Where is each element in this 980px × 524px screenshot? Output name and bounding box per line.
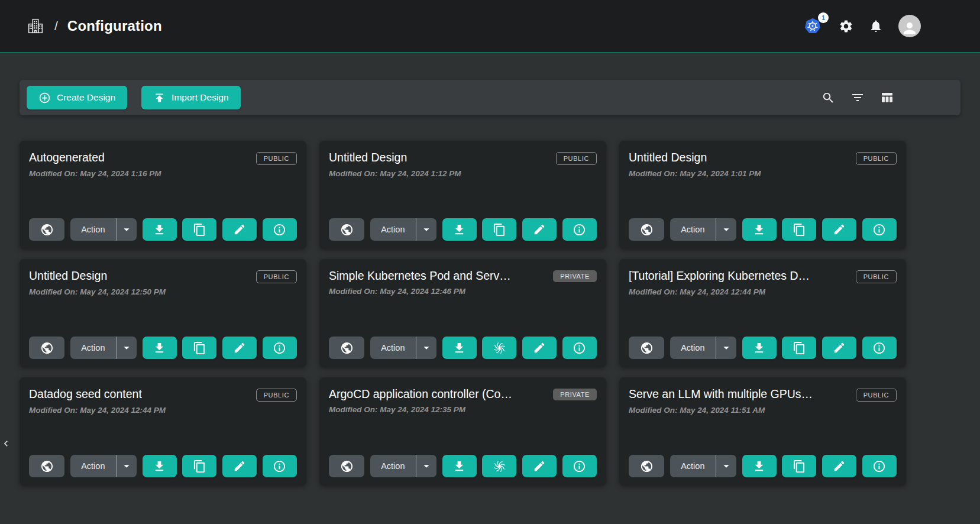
kubernetes-context-button[interactable]: 1 — [803, 17, 823, 35]
clone-button[interactable] — [482, 218, 516, 241]
edit-button[interactable] — [222, 455, 257, 477]
action-button-label: Action — [370, 461, 416, 471]
clone-button[interactable] — [782, 218, 816, 241]
caret-down-icon[interactable] — [416, 337, 436, 359]
edit-button[interactable] — [522, 337, 557, 359]
table-view-icon[interactable] — [880, 90, 894, 105]
caret-down-icon[interactable] — [117, 455, 137, 477]
design-title: Simple Kubernetes Pod and Serv… — [329, 269, 511, 283]
design-title: Untitled Design — [629, 151, 707, 164]
info-icon — [872, 460, 886, 473]
download-icon — [752, 460, 766, 473]
info-button[interactable] — [862, 455, 897, 477]
download-button[interactable] — [742, 455, 777, 477]
edit-button[interactable] — [822, 218, 856, 241]
organization-building-icon[interactable] — [26, 17, 45, 35]
publish-globe-button[interactable] — [329, 218, 364, 241]
caret-down-icon[interactable] — [416, 455, 436, 477]
design-modified: Modified On: May 24, 2024 11:51 AM — [629, 406, 897, 415]
action-dropdown-button[interactable]: Action — [370, 218, 436, 241]
download-button[interactable] — [442, 455, 477, 477]
publish-globe-button[interactable] — [329, 455, 364, 477]
caret-down-icon[interactable] — [416, 218, 436, 241]
design-title: Untitled Design — [29, 269, 107, 283]
publish-globe-button[interactable] — [29, 455, 64, 477]
download-button[interactable] — [143, 218, 177, 241]
info-button[interactable] — [862, 218, 897, 241]
edit-button[interactable] — [822, 337, 856, 359]
download-icon — [452, 460, 466, 473]
settings-gear-icon[interactable] — [839, 19, 853, 34]
design-modified: Modified On: May 24, 2024 12:46 PM — [329, 287, 597, 296]
card-header: ArgoCD application controller (Co… PRIVA… — [329, 387, 597, 401]
card-header: Serve an LLM with multiple GPUs… PUBLIC — [629, 387, 897, 402]
action-button-label: Action — [70, 225, 116, 234]
caret-down-icon[interactable] — [117, 218, 137, 241]
clone-button[interactable] — [782, 337, 816, 359]
publish-globe-button[interactable] — [629, 455, 664, 477]
action-button-label: Action — [370, 343, 416, 352]
clone-button[interactable] — [482, 337, 516, 359]
info-icon — [273, 223, 286, 237]
clone-button[interactable] — [482, 455, 516, 477]
edit-button[interactable] — [522, 218, 557, 241]
info-button[interactable] — [562, 218, 597, 241]
user-avatar[interactable] — [898, 15, 921, 37]
info-button[interactable] — [862, 337, 897, 359]
download-button[interactable] — [143, 337, 177, 359]
publish-globe-button[interactable] — [629, 218, 664, 241]
info-button[interactable] — [263, 218, 297, 241]
card-actions: Action — [329, 337, 597, 359]
download-button[interactable] — [442, 337, 477, 359]
publish-globe-button[interactable] — [329, 337, 364, 359]
card-header: Simple Kubernetes Pod and Serv… PRIVATE — [329, 269, 597, 283]
action-dropdown-button[interactable]: Action — [670, 218, 736, 241]
caret-down-icon[interactable] — [716, 218, 736, 241]
download-button[interactable] — [742, 218, 777, 241]
publish-globe-button[interactable] — [629, 337, 664, 359]
import-design-button[interactable]: Import Design — [141, 86, 240, 109]
notifications-bell-icon[interactable] — [869, 19, 883, 33]
edit-button[interactable] — [222, 218, 257, 241]
breadcrumb: / Configuration — [26, 17, 162, 35]
action-dropdown-button[interactable]: Action — [670, 337, 736, 359]
clone-or-design-icon — [493, 223, 506, 237]
search-icon[interactable] — [821, 91, 835, 105]
caret-down-icon[interactable] — [117, 337, 137, 359]
clone-button[interactable] — [782, 455, 816, 477]
caret-down-icon[interactable] — [716, 337, 736, 359]
download-button[interactable] — [143, 455, 177, 477]
info-button[interactable] — [562, 337, 597, 359]
action-dropdown-button[interactable]: Action — [370, 337, 436, 359]
create-design-button[interactable]: Create Design — [27, 86, 127, 109]
action-dropdown-button[interactable]: Action — [70, 337, 137, 359]
filter-icon[interactable] — [850, 90, 865, 105]
action-dropdown-button[interactable]: Action — [370, 455, 436, 477]
caret-down-icon[interactable] — [716, 455, 736, 477]
action-dropdown-button[interactable]: Action — [70, 455, 137, 477]
create-design-label: Create Design — [57, 92, 115, 103]
design-card: Autogenerated PUBLIC Modified On: May 24… — [20, 141, 306, 249]
publish-globe-button[interactable] — [29, 218, 64, 241]
clone-button[interactable] — [182, 455, 216, 477]
info-button[interactable] — [263, 455, 297, 477]
edit-button[interactable] — [522, 455, 557, 477]
page-title: Configuration — [67, 18, 162, 34]
action-dropdown-button[interactable]: Action — [70, 218, 137, 241]
download-icon — [752, 341, 766, 355]
action-dropdown-button[interactable]: Action — [670, 455, 736, 477]
design-card: Untitled Design PUBLIC Modified On: May … — [619, 141, 906, 249]
info-button[interactable] — [263, 337, 297, 359]
info-button[interactable] — [562, 455, 597, 477]
visibility-badge: PUBLIC — [256, 389, 297, 402]
publish-globe-button[interactable] — [29, 337, 64, 359]
download-button[interactable] — [742, 337, 777, 359]
edit-button[interactable] — [222, 337, 257, 359]
clone-button[interactable] — [182, 337, 216, 359]
collapse-drawer-toggle[interactable] — [0, 434, 12, 454]
clone-button[interactable] — [182, 218, 216, 241]
download-button[interactable] — [442, 218, 477, 241]
design-card: Datadog seed content PUBLIC Modified On:… — [20, 377, 306, 486]
action-button-label: Action — [370, 225, 416, 234]
edit-button[interactable] — [822, 455, 856, 477]
